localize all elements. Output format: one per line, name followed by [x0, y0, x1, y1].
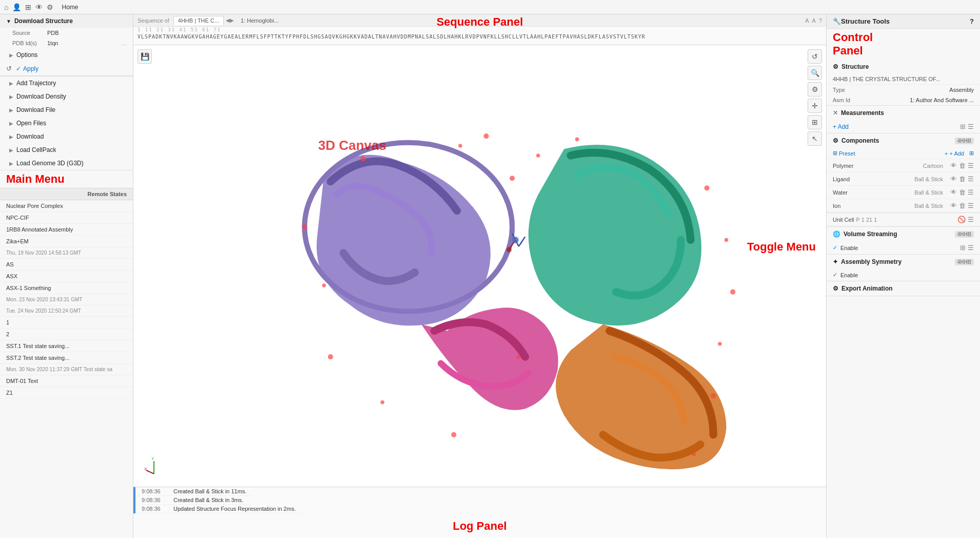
volume-menu-icon[interactable]: ☰ — [968, 244, 974, 252]
canvas-area[interactable]: 💾 ↺ 🔍 ⚙ ✛ ⊞ ↖ Y X — [133, 45, 826, 487]
measurements-add-row: + Add ⊞ ☰ — [827, 120, 980, 133]
water-type: Ball & Stick — [914, 189, 943, 196]
ligand-eye-icon[interactable]: 👁 — [950, 175, 957, 183]
polymer-eye-icon[interactable]: 👁 — [950, 162, 957, 169]
state-item-asx[interactable]: ASX — [0, 271, 133, 282]
svg-point-14 — [328, 354, 333, 359]
comp-row-ligand: Ligand Ball & Stick 👁 🗑 ☰ — [827, 172, 980, 186]
sidebar-item-load-genome[interactable]: ▶ Load Genome 3D (G3D) — [0, 157, 133, 170]
ligand-menu-icon[interactable]: ☰ — [968, 175, 974, 183]
state-item-ts2: Mon. 23 Nov 2020 13:43:31 GMT — [0, 294, 133, 305]
unit-cell-section: Unit Cell P 1 21 1 🚫 ☰ — [827, 213, 980, 227]
state-item-2[interactable]: 2 — [0, 329, 133, 340]
add-component-button[interactable]: + + Add — [945, 150, 964, 157]
components-section: ⚙ Components 4HHB ⊞ Preset + + Add ⊞ Pol… — [827, 133, 980, 213]
state-item-1[interactable]: 1 — [0, 317, 133, 329]
canvas-cursor-btn[interactable]: ↖ — [808, 131, 822, 146]
state-item-asx1[interactable]: ASX-1 Something — [0, 282, 133, 294]
grid-icon[interactable]: ⊞ — [25, 3, 31, 11]
preset-button[interactable]: ⊞ Preset — [833, 150, 855, 157]
chevron-down-icon: ▼ — [6, 18, 11, 24]
meas-menu-icon[interactable]: ☰ — [968, 123, 974, 130]
measurements-header[interactable]: ✕ Measurements — [827, 106, 980, 120]
polymer-delete-icon[interactable]: 🗑 — [959, 162, 966, 169]
pdb-more-icon[interactable]: … — [121, 40, 127, 46]
asm-id-value: 1: Author And Software ... — [910, 97, 974, 103]
seq-btn-a[interactable]: A — [805, 17, 809, 24]
question-icon[interactable]: ? — [970, 17, 974, 25]
sequence-numbers: 1 11 21 31 41 51 61 71 — [133, 27, 826, 33]
settings-icon[interactable]: ⚙ — [47, 3, 53, 11]
unit-cell-menu-icon[interactable]: ☰ — [968, 216, 974, 223]
ligand-delete-icon[interactable]: 🗑 — [959, 175, 966, 183]
plus-icon: + — [945, 150, 948, 157]
sidebar-item-open-files[interactable]: ▶ Open Files — [0, 117, 133, 130]
ion-delete-icon[interactable]: 🗑 — [959, 202, 966, 209]
options-item[interactable]: ▶ Options — [0, 48, 133, 62]
structure-section-header[interactable]: ⚙ Structure — [827, 60, 980, 74]
arrow-icon: ▶ — [9, 161, 13, 166]
unit-cell-label: Unit Cell — [833, 217, 854, 223]
state-item-as[interactable]: AS — [0, 259, 133, 271]
components-header[interactable]: ⚙ Components 4HHB — [827, 133, 980, 148]
log-entry-1: 9:08:36 Created Ball & Stick in 11ms. — [135, 487, 252, 496]
canvas-save-btn[interactable]: 💾 — [138, 49, 152, 64]
sidebar-item-download-file[interactable]: ▶ Download File — [0, 103, 133, 117]
main-menu-annotation: Main Menu — [6, 172, 65, 185]
volume-grid-icon[interactable]: ⊞ — [960, 244, 966, 252]
sidebar-item-download-density[interactable]: ▶ Download Density — [0, 90, 133, 103]
apply-button[interactable]: ✓ Apply — [16, 65, 38, 72]
state-item-z1[interactable]: Z1 — [0, 387, 133, 399]
download-structure-header[interactable]: ▼ Download Structure — [0, 14, 133, 28]
sequence-label: Sequence of — [138, 17, 169, 24]
canvas-zoom-in-btn[interactable]: 🔍 — [808, 66, 822, 80]
canvas-select-btn[interactable]: ✛ — [808, 99, 822, 113]
canvas-settings-btn[interactable]: ⚙ — [808, 82, 822, 97]
ligand-label: Ligand — [833, 176, 869, 182]
polymer-menu-icon[interactable]: ☰ — [968, 162, 974, 169]
home-icon[interactable]: ⌂ — [4, 3, 8, 11]
water-menu-icon[interactable]: ☰ — [968, 188, 974, 196]
structure-title: Structure — [841, 63, 869, 70]
comp-grid-icon[interactable]: ⊞ — [969, 150, 974, 157]
unit-cell-eye-off-icon[interactable]: 🚫 — [957, 216, 966, 223]
svg-point-11 — [692, 452, 696, 456]
state-item-sst1[interactable]: SST.1 Test state saving... — [0, 340, 133, 352]
ion-eye-icon[interactable]: 👁 — [950, 202, 957, 209]
apply-label: Apply — [23, 65, 38, 72]
sidebar-item-load-cellpack[interactable]: ▶ Load CellPack — [0, 143, 133, 157]
state-item-sst2[interactable]: SST.2 Test state saving... — [0, 352, 133, 364]
unit-cell-row: Unit Cell P 1 21 1 🚫 ☰ — [827, 213, 980, 226]
meas-grid-icon[interactable]: ⊞ — [960, 123, 966, 130]
seq-tab-hemoglobi[interactable]: 1: Hemoglobi... — [236, 16, 283, 25]
close-icon[interactable]: ✕ — [833, 109, 838, 117]
seq-question-icon[interactable]: ? — [819, 17, 822, 24]
water-delete-icon[interactable]: 🗑 — [959, 188, 966, 196]
export-animation-button[interactable]: ⚙ Export Animation — [827, 281, 980, 296]
svg-point-10 — [711, 393, 716, 398]
sidebar-item-add-trajectory[interactable]: ▶ Add Trajectory — [0, 76, 133, 90]
add-measurement-button[interactable]: + Add — [833, 123, 849, 130]
volume-streaming-header[interactable]: 🌐 Volume Streaming 4HHB — [827, 227, 980, 241]
canvas-reset-btn[interactable]: ↺ — [808, 49, 822, 64]
ligand-type: Ball & Stick — [914, 176, 943, 182]
state-item-zika[interactable]: Zika+EM — [0, 236, 133, 247]
state-item-nuclear-pore[interactable]: Nuclear Pore Complex — [0, 200, 133, 212]
refresh-icon[interactable]: ↺ — [6, 65, 12, 72]
sidebar-item-download[interactable]: ▶ Download — [0, 130, 133, 143]
state-item-dmt01[interactable]: DMT-01 Text — [0, 375, 133, 387]
user-icon[interactable]: 👤 — [12, 3, 21, 11]
log-panel: 9:08:36 Created Ball & Stick in 11ms. 9:… — [133, 487, 826, 538]
water-eye-icon[interactable]: 👁 — [950, 188, 957, 196]
control-panel-annotation: ControlPanel — [833, 31, 873, 57]
ion-menu-icon[interactable]: ☰ — [968, 202, 974, 209]
volume-streaming-badge: 4HHB — [955, 231, 974, 238]
state-item-npc-cif[interactable]: NPC-CIF — [0, 212, 133, 224]
eye-icon[interactable]: 👁 — [35, 3, 43, 11]
seq-tab-4hhb[interactable]: 4HHB | THE C... — [173, 16, 224, 25]
log-panel-annotation: Log Panel — [453, 520, 506, 533]
canvas-grid-btn[interactable]: ⊞ — [808, 115, 822, 129]
state-item-1rb8[interactable]: 1RB8 Annotated Assembly — [0, 224, 133, 236]
seq-btn-a2[interactable]: A — [812, 17, 816, 24]
assembly-symmetry-header[interactable]: ✦ Assembly Symmetry 4HHB — [827, 255, 980, 269]
